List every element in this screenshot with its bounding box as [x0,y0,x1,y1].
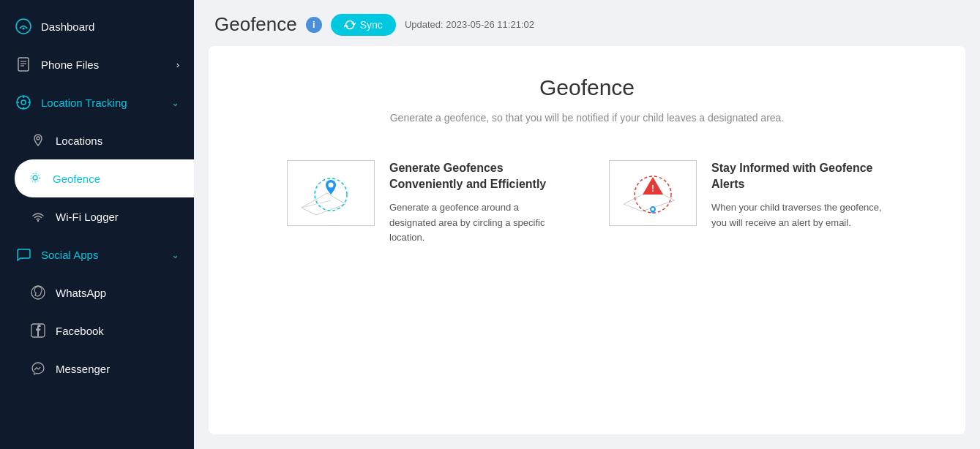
feature1-text: Generate Geofences Conveniently and Effi… [389,160,565,246]
phone-files-icon [15,56,32,73]
chevron-down-icon: ⌄ [171,97,179,108]
sidebar-item-social-apps[interactable]: Social Apps ⌄ [0,235,194,273]
feature2-title: Stay Informed with Geofence Alerts [711,160,887,193]
svg-line-20 [302,208,316,215]
card-title: Geofence [253,75,921,100]
sidebar-sub-social-apps: WhatsApp Facebook Messenger [0,273,194,388]
svg-point-14 [31,173,40,182]
locations-icon [29,132,47,149]
feature2-desc: When your child traverses the geofence, … [711,200,887,231]
svg-point-24 [329,183,334,188]
sidebar-item-label: Geofence [53,173,100,185]
main-content: Geofence i Sync Updated: 2023-05-26 11:2… [194,0,980,449]
svg-line-18 [302,193,327,208]
features-section: Generate Geofences Conveniently and Effi… [253,160,921,246]
feature2-text: Stay Informed with Geofence Alerts When … [711,160,887,230]
svg-line-27 [624,204,642,211]
dashboard-icon [15,18,32,35]
sidebar-item-wifi-logger[interactable]: Wi-Fi Logger [7,197,194,235]
geofence-card: Geofence Generate a geofence, so that yo… [209,46,965,434]
svg-point-1 [23,28,25,30]
geofence-icon [26,170,44,187]
whatsapp-icon [29,284,47,301]
sync-button[interactable]: Sync [331,14,396,36]
sidebar-item-label: WhatsApp [56,287,106,299]
sidebar-item-whatsapp[interactable]: WhatsApp [7,273,194,312]
sidebar-item-label: Wi-Fi Logger [56,211,119,223]
feature1-illustration [287,160,375,226]
feature2-illustration: ! [609,160,697,226]
info-button[interactable]: i [306,17,322,33]
chevron-down-icon: ⌄ [171,249,179,260]
sidebar-item-facebook[interactable]: Facebook [7,312,194,350]
sidebar-item-label: Phone Files [41,59,99,71]
sidebar-item-label: Social Apps [41,249,98,261]
sidebar-item-label: Facebook [56,325,104,337]
svg-point-16 [31,286,45,299]
svg-point-31 [651,208,654,211]
sidebar-item-dashboard[interactable]: Dashboard [0,7,194,45]
page-title: Geofence [214,13,297,36]
svg-line-21 [316,204,345,215]
sidebar-item-location-tracking[interactable]: Location Tracking ⌄ [0,83,194,121]
svg-line-19 [327,193,345,204]
sync-icon [344,19,356,31]
sidebar-item-label: Location Tracking [41,97,127,109]
page-header: Geofence i Sync Updated: 2023-05-26 11:2… [194,0,980,46]
svg-point-7 [21,100,26,105]
sidebar-item-label: Locations [56,135,102,147]
chevron-right-icon: › [176,59,179,70]
sidebar-sub-location-tracking: Locations Geofence Wi-Fi L [0,121,194,235]
location-tracking-icon [15,94,32,111]
facebook-icon [29,322,47,339]
geofence-illustration-2: ! [616,164,689,222]
svg-point-15 [37,220,39,222]
sidebar-item-label: Messenger [56,363,110,375]
feature1-desc: Generate a geofence around a designated … [389,200,565,246]
sidebar-item-messenger[interactable]: Messenger [7,350,194,388]
feature-geofence-alerts: ! Stay Informed with Geofence Alerts Whe… [609,160,887,246]
feature1-title: Generate Geofences Conveniently and Effi… [389,160,565,193]
sidebar: Dashboard Phone Files › Locati [0,0,194,449]
svg-point-12 [37,137,40,140]
card-subtitle: Generate a geofence, so that you will be… [253,112,921,124]
svg-text:!: ! [651,184,654,194]
svg-point-13 [33,176,37,180]
sidebar-item-locations[interactable]: Locations [7,121,194,159]
wifi-icon [29,208,47,225]
sidebar-item-phone-files[interactable]: Phone Files › [0,45,194,83]
sidebar-item-geofence[interactable]: Geofence [15,159,194,197]
sidebar-item-label: Dashboard [41,20,94,33]
messenger-icon [29,360,47,377]
updated-timestamp: Updated: 2023-05-26 11:21:02 [405,19,534,30]
social-apps-icon [15,246,32,263]
feature-generate-geofence: Generate Geofences Conveniently and Effi… [287,160,565,246]
geofence-illustration-1 [294,164,367,222]
svg-rect-2 [18,58,29,71]
